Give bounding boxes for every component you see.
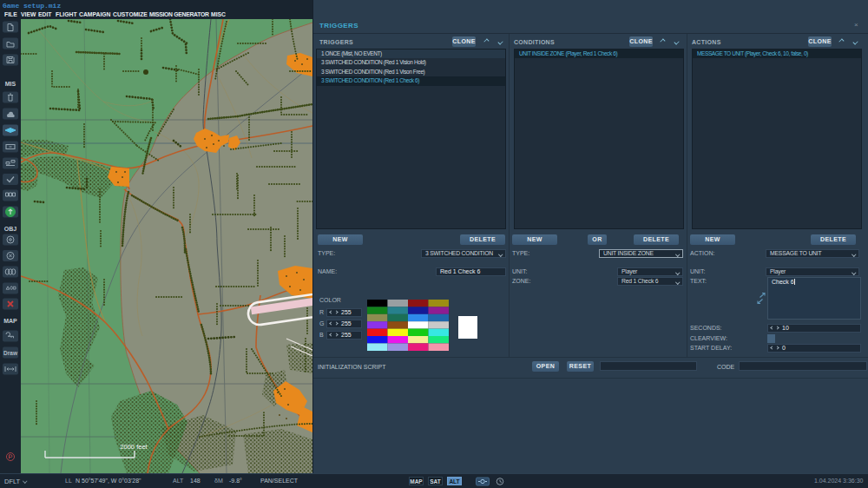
svg-text:2000 feet: 2000 feet [120, 443, 148, 451]
svg-text:Draw: Draw [3, 350, 18, 356]
svg-text:MIS: MIS [5, 81, 16, 87]
svg-text:MAP: MAP [3, 318, 17, 324]
svg-text:OBJ: OBJ [4, 226, 17, 232]
